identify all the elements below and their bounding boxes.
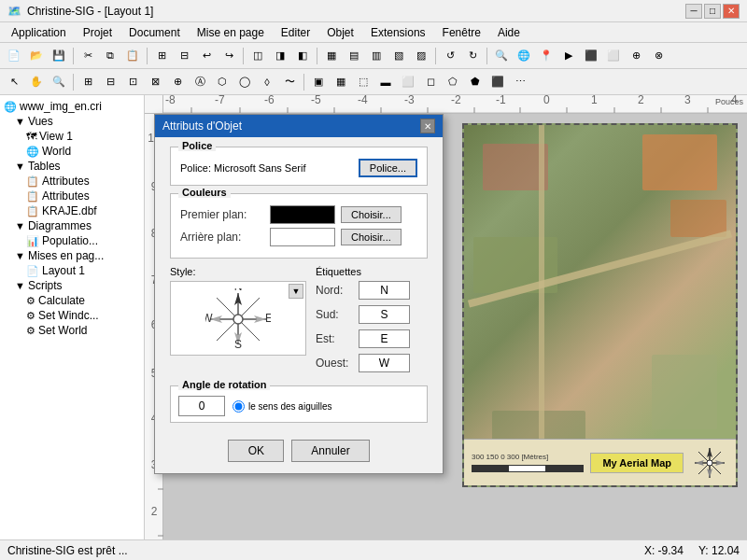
open-button[interactable]: 📂 [26, 46, 47, 66]
copy-button[interactable]: ⧉ [100, 46, 120, 66]
tb20[interactable]: ⬜ [603, 46, 624, 66]
zoom-tool[interactable]: 🔍 [49, 72, 69, 92]
premier-plan-swatch[interactable] [270, 205, 335, 224]
tb35[interactable]: ⬚ [353, 72, 374, 92]
tb17[interactable]: 📍 [536, 46, 557, 66]
tb11[interactable]: ▤ [344, 46, 364, 66]
tb29[interactable]: ⬡ [212, 72, 233, 92]
tree-kraje[interactable]: 📋 KRAJE.dbf [0, 203, 144, 218]
angle-input[interactable] [178, 396, 225, 416]
tb10[interactable]: ▦ [321, 46, 342, 66]
style-box[interactable]: N S W E ▼ [170, 281, 306, 356]
tree-root[interactable]: 🌐 www_img_en.cri [0, 99, 144, 114]
tb9[interactable]: ◧ [292, 46, 313, 66]
choisir-button-1[interactable]: Choisir... [341, 206, 402, 223]
tb34[interactable]: ▦ [331, 72, 351, 92]
menu-editer[interactable]: Editer [274, 24, 317, 41]
tree-view1[interactable]: 🗺 View 1 [0, 129, 144, 144]
select-tool[interactable]: ↖ [4, 72, 24, 92]
tb12[interactable]: ▥ [366, 46, 387, 66]
menu-app[interactable]: Application [4, 24, 74, 41]
tree-tables[interactable]: ▼ Tables [0, 159, 144, 174]
style-dropdown-button[interactable]: ▼ [289, 284, 303, 299]
tb19[interactable]: ⬛ [581, 46, 601, 66]
tb40[interactable]: ⬟ [465, 72, 486, 92]
tb31[interactable]: ◊ [257, 72, 277, 92]
minimize-button[interactable]: ─ [685, 4, 702, 19]
tb42[interactable]: ⋯ [510, 72, 530, 92]
tb3[interactable]: ⊞ [151, 46, 172, 66]
tree-mises[interactable]: ▼ Mises en pag... [0, 248, 144, 263]
radio-sens[interactable]: le sens des aiguilles [233, 400, 332, 413]
tb6[interactable]: ↪ [218, 46, 239, 66]
hand-tool[interactable]: ✋ [26, 72, 47, 92]
tb28[interactable]: Ⓐ [190, 72, 210, 92]
tb22[interactable]: ⊗ [648, 46, 669, 66]
new-button[interactable]: 📄 [4, 46, 24, 66]
tb18[interactable]: ▶ [558, 46, 579, 66]
menu-projet[interactable]: Projet [76, 24, 120, 41]
tb24[interactable]: ⊟ [100, 72, 120, 92]
dialog-close-button[interactable]: ✕ [420, 119, 435, 133]
nord-input[interactable] [359, 281, 410, 300]
close-button[interactable]: ✕ [723, 4, 740, 19]
tree-vues[interactable]: ▼ Vues [0, 114, 144, 129]
tb15[interactable]: 🔍 [491, 46, 512, 66]
tb14[interactable]: ▨ [411, 46, 431, 66]
menu-fenetre[interactable]: Fenêtre [435, 24, 488, 41]
menu-mise-en-page[interactable]: Mise en page [190, 24, 272, 41]
menu-objet[interactable]: Objet [319, 24, 361, 41]
tree-scripts[interactable]: ▼ Scripts [0, 278, 144, 293]
tb26[interactable]: ⊠ [145, 72, 165, 92]
menu-aide[interactable]: Aide [490, 24, 528, 41]
ok-button[interactable]: OK [228, 440, 284, 462]
menu-document[interactable]: Document [121, 24, 188, 41]
radio-sens-input[interactable] [233, 400, 245, 413]
tree-world[interactable]: 🌐 World [0, 144, 144, 159]
save-button[interactable]: 💾 [49, 46, 69, 66]
tb27[interactable]: ⊕ [167, 72, 188, 92]
tb16[interactable]: 🌐 [514, 46, 534, 66]
tb25[interactable]: ⊡ [122, 72, 143, 92]
sud-input[interactable] [359, 305, 410, 324]
tree-attr2[interactable]: 📋 Attributes [0, 189, 144, 203]
redo-button[interactable]: ↻ [462, 46, 483, 66]
tb30[interactable]: ◯ [234, 72, 255, 92]
tb32[interactable]: 〜 [279, 72, 300, 92]
tb21[interactable]: ⊕ [626, 46, 646, 66]
tb37[interactable]: ⬜ [398, 72, 418, 92]
tb7[interactable]: ◫ [247, 46, 268, 66]
tb8[interactable]: ◨ [270, 46, 290, 66]
tb5[interactable]: ↩ [196, 46, 217, 66]
cancel-button[interactable]: Annuler [291, 440, 369, 462]
tree-diagrammes[interactable]: ▼ Diagrammes [0, 218, 144, 233]
tb13[interactable]: ▧ [388, 46, 409, 66]
menu-extensions[interactable]: Extensions [363, 24, 433, 41]
police-button[interactable]: Police... [359, 159, 417, 177]
tb36[interactable]: ▬ [375, 72, 396, 92]
undo-button[interactable]: ↺ [440, 46, 460, 66]
tree-setwindc[interactable]: ⚙ Set Windc... [0, 308, 144, 323]
canvas-area[interactable]: Pouces -8 -7 -6 -5 -4 -3 -2 -1 [145, 95, 747, 539]
est-input[interactable] [359, 329, 410, 348]
tree-setworld[interactable]: ⚙ Set World [0, 323, 144, 338]
maximize-button[interactable]: □ [704, 4, 721, 19]
dialog-overlay: Attributs d'Objet ✕ Police Police: Micro… [145, 95, 747, 539]
cut-button[interactable]: ✂ [78, 46, 98, 66]
paste-button[interactable]: 📋 [122, 46, 143, 66]
tree-layout1[interactable]: 📄 Layout 1 [0, 263, 144, 278]
status-text: Christine-SIG est prêt ... [7, 544, 128, 557]
tree-attr1[interactable]: 📋 Attributes [0, 174, 144, 189]
tb33[interactable]: ▣ [308, 72, 329, 92]
tree-calculate[interactable]: ⚙ Calculate [0, 293, 144, 308]
ouest-input[interactable] [359, 354, 410, 372]
tree-popul[interactable]: 📊 Populatio... [0, 233, 144, 248]
choisir-button-2[interactable]: Choisir... [341, 229, 402, 245]
tb4[interactable]: ⊟ [174, 46, 194, 66]
arriere-plan-swatch[interactable] [270, 228, 335, 246]
tb41[interactable]: ⬛ [487, 72, 508, 92]
tb38[interactable]: ◻ [420, 72, 441, 92]
tb23[interactable]: ⊞ [78, 72, 98, 92]
tb39[interactable]: ⬠ [443, 72, 463, 92]
dialog-attributs-objet: Attributs d'Objet ✕ Police Police: Micro… [154, 114, 444, 474]
